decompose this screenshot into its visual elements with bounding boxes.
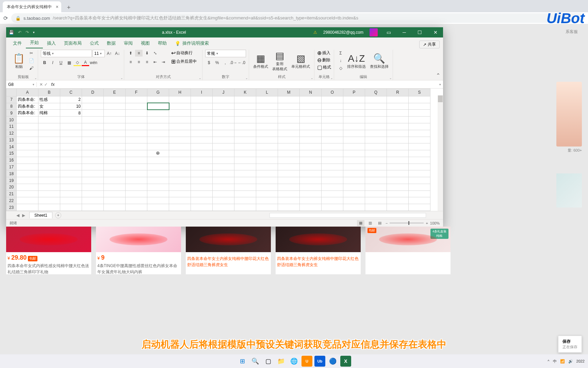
cell[interactable] — [38, 117, 60, 123]
sheet-tab[interactable]: Sheet1 — [29, 212, 52, 218]
decrease-font-icon[interactable]: A↓ — [114, 50, 121, 57]
product-card[interactable]: ¥ 29.80 包邮 四条本命年女式内裤性感女纯棉中腰大红色送礼结婚三角裤印字礼… — [6, 227, 91, 274]
row-header[interactable]: 16 — [6, 157, 17, 164]
font-color-icon[interactable]: A — [82, 59, 89, 66]
cell[interactable] — [365, 123, 387, 130]
cell[interactable] — [387, 96, 409, 103]
name-box[interactable]: G8 — [6, 82, 37, 87]
cell[interactable] — [213, 164, 234, 170]
cell[interactable] — [213, 130, 234, 137]
column-header[interactable]: K — [234, 89, 256, 96]
font-name-combo[interactable]: 等线 — [41, 50, 92, 57]
cell[interactable] — [256, 184, 278, 190]
cell[interactable] — [104, 137, 126, 143]
column-header[interactable]: B — [38, 89, 60, 96]
cell[interactable] — [191, 177, 213, 184]
cell[interactable] — [278, 170, 300, 177]
cell[interactable] — [169, 130, 191, 137]
cell[interactable] — [387, 184, 409, 190]
cell[interactable] — [126, 110, 147, 117]
cell[interactable] — [365, 197, 387, 204]
cell[interactable] — [278, 103, 300, 110]
cell[interactable] — [278, 190, 300, 197]
bold-button[interactable]: B — [41, 59, 48, 66]
cell[interactable] — [322, 170, 343, 177]
column-header[interactable]: M — [278, 89, 300, 96]
cell[interactable] — [256, 197, 278, 204]
cell[interactable] — [147, 190, 169, 197]
align-middle-icon[interactable]: ≡ — [135, 50, 143, 57]
cell[interactable] — [300, 190, 322, 197]
cell[interactable] — [300, 204, 322, 211]
cell[interactable] — [322, 150, 343, 157]
tab-home[interactable]: 开始 — [26, 37, 43, 48]
zoom-value[interactable]: 100% — [430, 221, 440, 225]
product-card[interactable]: 四条装本命年女士内裤女纯棉中腰印花大红色舒适结婚三角裤虎女生 — [276, 227, 361, 274]
cancel-formula-icon[interactable]: ✕ — [39, 82, 43, 87]
product-image[interactable] — [276, 227, 361, 252]
cell[interactable] — [256, 103, 278, 110]
zoom-slider[interactable] — [390, 223, 424, 224]
cell[interactable] — [387, 150, 409, 157]
cell[interactable]: 四条本命: — [17, 110, 38, 117]
cell[interactable] — [322, 143, 343, 150]
cell[interactable] — [82, 110, 104, 117]
cell[interactable] — [300, 164, 322, 170]
column-header[interactable]: G — [147, 89, 169, 96]
cell[interactable] — [17, 130, 38, 137]
column-header[interactable]: A — [17, 89, 38, 96]
cell[interactable] — [82, 150, 104, 157]
cell[interactable] — [256, 117, 278, 123]
column-header[interactable]: H — [169, 89, 191, 96]
cell[interactable] — [126, 197, 147, 204]
product-title[interactable]: 四条装本命年女士内裤女纯棉中腰印花大红色舒适结婚三角裤虎女生 — [186, 255, 271, 267]
task-view-icon[interactable]: ▢ — [263, 356, 274, 367]
cell[interactable] — [147, 170, 169, 177]
row-header[interactable]: 23 — [6, 204, 17, 211]
number-format-combo[interactable]: 常规 — [205, 50, 246, 57]
cell[interactable] — [409, 96, 430, 103]
cell[interactable] — [60, 190, 82, 197]
cell[interactable] — [60, 117, 82, 123]
cell[interactable] — [213, 143, 234, 150]
cell[interactable] — [104, 110, 126, 117]
cell[interactable] — [256, 150, 278, 157]
edge-icon[interactable]: 🌐 — [289, 356, 299, 367]
cell[interactable] — [147, 177, 169, 184]
product-title[interactable]: 四条本命年女式内裤性感女纯棉中腰大红色送礼结婚三角裤印字礼物 — [6, 262, 91, 274]
row-header[interactable]: 7 — [6, 96, 17, 103]
cell[interactable] — [17, 143, 38, 150]
product-image[interactable]: 4条礼盒装 纯棉 包邮 — [365, 227, 451, 252]
product-thumbnail[interactable] — [556, 82, 582, 147]
cell[interactable] — [234, 164, 256, 170]
insert-cells-button[interactable]: ⊕插入 — [317, 50, 331, 56]
cell[interactable] — [213, 96, 234, 103]
cell[interactable] — [278, 96, 300, 103]
cell[interactable] — [365, 143, 387, 150]
fill-color-icon[interactable]: ◇ — [74, 59, 81, 66]
cell[interactable] — [387, 110, 409, 117]
wifi-icon[interactable]: 📶 — [560, 359, 565, 364]
clear-icon[interactable]: ◇ — [337, 65, 344, 72]
cell[interactable] — [234, 150, 256, 157]
cell[interactable] — [126, 117, 147, 123]
row-header[interactable]: 11 — [6, 123, 17, 130]
cell[interactable] — [38, 170, 60, 177]
cell[interactable] — [234, 197, 256, 204]
tab-view[interactable]: 视图 — [137, 38, 154, 48]
row-header[interactable]: 20 — [6, 184, 17, 190]
cell[interactable] — [169, 157, 191, 164]
row-header[interactable]: 22 — [6, 197, 17, 204]
find-button[interactable]: 🔍查找和选择 — [369, 50, 390, 73]
cell[interactable] — [169, 110, 191, 117]
cell[interactable] — [343, 197, 365, 204]
cell[interactable] — [169, 103, 191, 110]
cell[interactable] — [213, 103, 234, 110]
cell[interactable] — [104, 204, 126, 211]
cell[interactable] — [322, 190, 343, 197]
cell[interactable] — [409, 190, 430, 197]
autosum-icon[interactable]: Σ — [337, 50, 344, 57]
cell[interactable] — [365, 204, 387, 211]
cell[interactable] — [104, 117, 126, 123]
cell[interactable] — [38, 150, 60, 157]
